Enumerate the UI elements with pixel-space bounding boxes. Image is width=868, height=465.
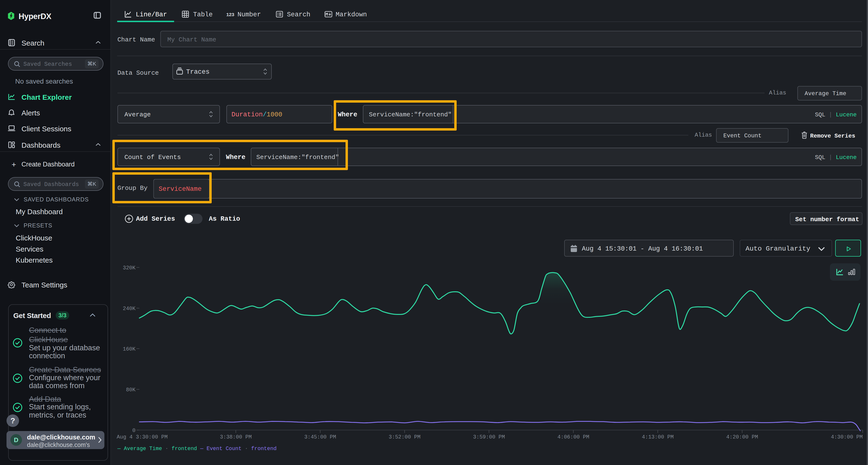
svg-text:3:38:00 PM: 3:38:00 PM — [220, 434, 252, 440]
svg-text:320K: 320K — [123, 265, 136, 271]
svg-text:80K: 80K — [126, 387, 135, 393]
svg-text:4:20:00 PM: 4:20:00 PM — [726, 434, 758, 440]
svg-text:0: 0 — [132, 428, 135, 434]
svg-text:4:06:00 PM: 4:06:00 PM — [557, 434, 589, 440]
svg-text:160K: 160K — [123, 346, 136, 352]
svg-text:4:30:00 PM: 4:30:00 PM — [831, 434, 863, 440]
svg-text:3:59:00 PM: 3:59:00 PM — [473, 434, 505, 440]
svg-text:3:45:00 PM: 3:45:00 PM — [304, 434, 336, 440]
svg-text:3:52:00 PM: 3:52:00 PM — [389, 434, 421, 440]
svg-text:4:13:00 PM: 4:13:00 PM — [642, 434, 674, 440]
svg-text:Aug 4 3:30:00 PM: Aug 4 3:30:00 PM — [117, 434, 167, 440]
svg-text:240K: 240K — [123, 306, 136, 312]
